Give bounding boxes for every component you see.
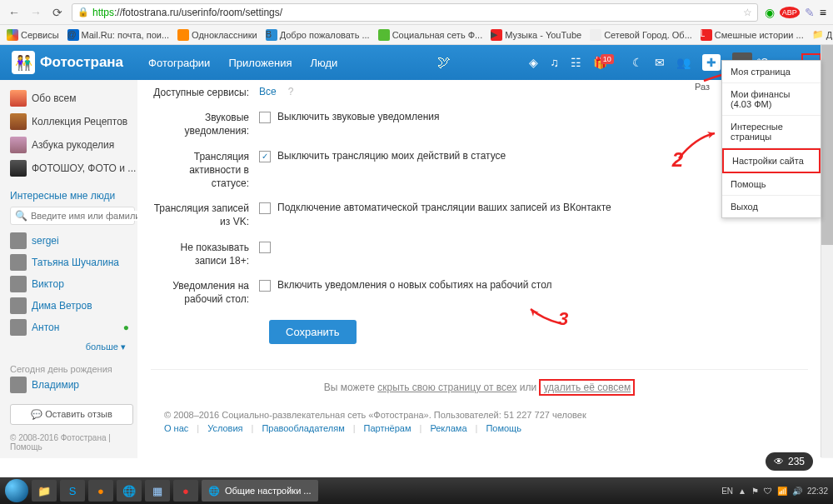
setting-label: Не показывать записи 18+: <box>151 241 259 267</box>
save-button[interactable]: Сохранить <box>269 320 357 344</box>
person-item[interactable]: Дима Ветров <box>10 295 137 317</box>
bookmark-item[interactable]: Сетевой Город. Об... <box>590 29 692 41</box>
search-icon: 🔍 <box>15 210 27 222</box>
dd-help[interactable]: Помощь <box>722 173 821 196</box>
abp-icon[interactable]: ABP <box>780 7 800 18</box>
hide-page-link[interactable]: скрыть свою страницу от всех <box>377 382 516 393</box>
ext-icon[interactable]: ✎ <box>805 6 815 19</box>
bookmark-item[interactable]: ▶Музыка - YouTube <box>491 29 581 41</box>
nav-apps[interactable]: Приложения <box>228 57 292 69</box>
footer-link[interactable]: Помощь <box>486 423 521 433</box>
bottom-note: Вы можете скрыть свою страницу от всех и… <box>151 369 808 393</box>
bookmark-star-icon[interactable]: ☆ <box>743 7 752 18</box>
menu-icon[interactable]: ≡ <box>820 6 826 19</box>
tb-app-icon[interactable]: ● <box>88 480 113 502</box>
clock[interactable]: 22:32 <box>807 487 828 496</box>
lang-indicator[interactable]: EN <box>721 487 733 496</box>
tb-skype-icon[interactable]: S <box>60 480 85 502</box>
tb-explorer-icon[interactable]: 📁 <box>32 480 57 502</box>
truncated-text: Раз <box>695 82 710 92</box>
annotation-3: 3 <box>558 308 568 330</box>
forward-button[interactable]: → <box>28 5 43 20</box>
tray-icon[interactable]: 📶 <box>777 487 787 496</box>
checkbox[interactable] <box>259 202 271 214</box>
ext-icon[interactable]: ◉ <box>765 6 775 19</box>
search-input[interactable] <box>31 211 146 221</box>
start-button[interactable] <box>5 479 28 502</box>
footer-link[interactable]: О нас <box>164 423 188 433</box>
sidebar-item[interactable]: Обо всем <box>10 87 137 110</box>
person-item[interactable]: Виктор <box>10 273 137 295</box>
bookmark-item[interactable]: Одноклассники <box>177 29 257 41</box>
person-item[interactable]: sergei <box>10 230 137 252</box>
gift-icon[interactable]: 🎁10 <box>593 56 621 69</box>
bookmark-item[interactable]: Социальная сеть Ф... <box>378 29 483 41</box>
checkbox-label: Выключить звуковые уведомления <box>277 111 440 122</box>
sidebar-item[interactable]: ФОТОШОУ, ФОТО и ... <box>10 157 137 180</box>
counter-badge[interactable]: 👁 235 <box>766 452 813 471</box>
footer-link[interactable]: Партнёрам <box>364 423 412 433</box>
logo[interactable]: 👫 Фотострана <box>12 51 123 74</box>
checkbox[interactable] <box>259 112 271 123</box>
person-item[interactable]: Татьяна Шучалина <box>10 252 137 273</box>
dd-my-page[interactable]: Моя страница <box>722 61 821 83</box>
setting-label: Трансляция записей из VK: <box>151 202 259 228</box>
checkbox[interactable] <box>259 280 271 292</box>
other-bookmarks[interactable]: 📁 Другие закладки <box>812 29 833 40</box>
msg-icon[interactable]: ✉ <box>655 56 665 69</box>
bookmark-item[interactable]: ВДобро пожаловать ... <box>266 29 370 41</box>
diamond-icon[interactable]: ◈ <box>529 56 538 69</box>
bookmark-item[interactable]: LСмешные истории ... <box>701 29 804 41</box>
url-bar[interactable]: 🔒 https ://fotostrana.ru/userinfo/room/s… <box>72 3 758 22</box>
scroll-thumb[interactable] <box>821 45 833 245</box>
footer-link[interactable]: Правообладателям <box>262 423 344 433</box>
taskbar-task[interactable]: 🌐 Общие настройки ... <box>202 480 318 502</box>
help-icon[interactable]: ? <box>288 86 294 97</box>
tb-chrome-icon[interactable]: 🌐 <box>117 480 142 502</box>
dd-interesting[interactable]: Интересные страницы <box>722 116 821 148</box>
feed-icon[interactable]: ☷ <box>571 56 581 69</box>
back-button[interactable]: ← <box>7 5 22 20</box>
dd-finances[interactable]: Мои финансы (4.03 ФМ) <box>722 83 821 116</box>
apps-button[interactable]: Сервисы <box>7 29 59 41</box>
logo-icon: 👫 <box>12 51 35 74</box>
bookmark-item[interactable]: @Mail.Ru: почта, пои... <box>67 29 170 41</box>
moon-icon[interactable]: ☾ <box>632 56 643 69</box>
extensions: ◉ ABP ✎ ≡ <box>765 6 826 19</box>
sidebar-item[interactable]: Азбука рукоделия <box>10 133 137 157</box>
tray-icon[interactable]: ⚑ <box>751 487 759 496</box>
footer-link[interactable]: Реклама <box>430 423 466 433</box>
url-path: ://fotostrana.ru/userinfo/room/settings/ <box>114 7 282 18</box>
tb-app-icon[interactable]: ● <box>173 480 198 502</box>
review-button[interactable]: 💬 Оставить отзыв <box>10 404 133 425</box>
sidebar-copyright: © 2008-2016 Фотострана | Помощь <box>10 433 137 452</box>
setting-label: Доступные сервисы: <box>151 86 259 99</box>
dd-settings[interactable]: Настройки сайта <box>722 148 821 173</box>
tray-icon[interactable]: 🛡 <box>764 487 772 496</box>
tb-app-icon[interactable]: ▦ <box>145 480 170 502</box>
scrollbar[interactable] <box>821 45 833 457</box>
bell-icon[interactable]: 👥 <box>676 56 691 69</box>
dd-exit[interactable]: Выход <box>722 196 821 217</box>
person-item[interactable]: Владимир <box>10 374 137 396</box>
nav-photos[interactable]: Фотографии <box>148 57 210 69</box>
checkbox-label: Выключить трансляцию моих действий в ста… <box>277 150 506 162</box>
tray-icon[interactable]: ▲ <box>738 487 746 496</box>
tray-icon[interactable]: 🔊 <box>792 487 802 496</box>
reload-button[interactable]: ⟳ <box>50 5 65 20</box>
checkbox-label: Подключение автоматической трансляции ва… <box>277 202 611 213</box>
people-search[interactable]: 🔍 <box>10 207 135 225</box>
more-link[interactable]: больше ▾ <box>10 342 137 352</box>
music-icon[interactable]: ♫ <box>550 56 559 69</box>
all-services-link[interactable]: Все <box>259 86 277 97</box>
setting-label: Трансляция активности в статусе: <box>151 150 259 191</box>
checkbox[interactable]: ✓ <box>259 151 271 162</box>
birthday-heading: Сегодня день рождения <box>10 364 137 374</box>
sidebar-item[interactable]: Коллекция Рецептов <box>10 110 137 133</box>
checkbox[interactable] <box>259 242 271 253</box>
nav-people[interactable]: Люди <box>310 57 337 69</box>
footer-link[interactable]: Условия <box>207 423 242 433</box>
person-item[interactable]: Антон● <box>10 317 137 338</box>
delete-page-link[interactable]: удалить её совсем <box>539 379 635 396</box>
plus-icon[interactable]: ✚ <box>702 54 721 71</box>
